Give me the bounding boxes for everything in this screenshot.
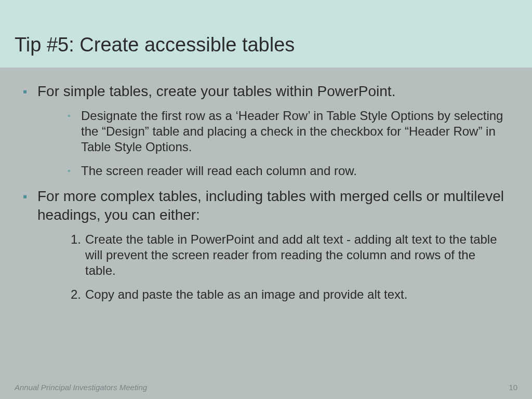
title-band: Tip #5: Create accessible tables bbox=[0, 0, 532, 68]
footer-text: Annual Principal Investigators Meeting bbox=[15, 383, 147, 392]
bullet-text: The screen reader will read each column … bbox=[81, 163, 357, 179]
list-item: 1. Create the table in PowerPoint and ad… bbox=[68, 232, 509, 278]
list-item: ▪ The screen reader will read each colum… bbox=[68, 163, 509, 179]
bullet-text: Designate the first row as a ‘Header Row… bbox=[81, 108, 509, 155]
square-bullet-icon: ▪ bbox=[68, 108, 81, 124]
page-number: 10 bbox=[509, 383, 517, 392]
list-item: 2. Copy and paste the table as an image … bbox=[68, 287, 509, 302]
slide-title: Tip #5: Create accessible tables bbox=[15, 34, 295, 56]
slide-content: ▪ For simple tables, create your tables … bbox=[0, 68, 532, 302]
slide: Tip #5: Create accessible tables ▪ For s… bbox=[0, 0, 532, 399]
square-bullet-icon: ▪ bbox=[23, 187, 37, 206]
square-bullet-icon: ▪ bbox=[23, 82, 37, 101]
square-bullet-icon: ▪ bbox=[68, 163, 81, 179]
bullet-text: For more complex tables, including table… bbox=[37, 187, 509, 224]
bullet-text: For simple tables, create your tables wi… bbox=[37, 82, 395, 101]
bullet-text: Create the table in PowerPoint and add a… bbox=[85, 232, 509, 278]
list-number: 2. bbox=[68, 287, 85, 302]
list-item: ▪ For more complex tables, including tab… bbox=[23, 187, 509, 224]
list-item: ▪ Designate the first row as a ‘Header R… bbox=[68, 108, 509, 155]
slide-footer: Annual Principal Investigators Meeting 1… bbox=[15, 383, 517, 392]
list-item: ▪ For simple tables, create your tables … bbox=[23, 82, 509, 101]
list-number: 1. bbox=[68, 232, 85, 247]
bullet-text: Copy and paste the table as an image and… bbox=[85, 287, 407, 302]
